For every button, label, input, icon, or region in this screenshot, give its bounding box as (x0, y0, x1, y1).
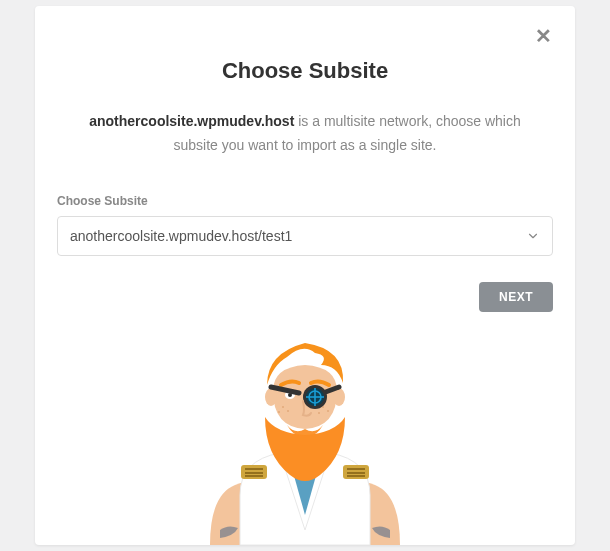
select-label: Choose Subsite (57, 194, 553, 208)
close-icon: ✕ (535, 26, 552, 46)
site-hostname: anothercoolsite.wpmudev.host (89, 113, 294, 129)
next-button[interactable]: NEXT (479, 282, 553, 312)
select-value: anothercoolsite.wpmudev.host/test1 (70, 228, 292, 244)
dialog-footer: NEXT (57, 282, 553, 312)
svg-point-13 (327, 410, 329, 412)
svg-point-10 (287, 410, 289, 412)
subsite-select[interactable]: anothercoolsite.wpmudev.host/test1 (57, 216, 553, 256)
dialog-description: anothercoolsite.wpmudev.host is a multis… (57, 110, 553, 158)
svg-point-9 (282, 406, 284, 408)
svg-rect-1 (343, 465, 369, 479)
svg-point-15 (265, 388, 277, 406)
close-button[interactable]: ✕ (531, 24, 555, 48)
dialog-title: Choose Subsite (57, 58, 553, 84)
svg-point-14 (318, 412, 320, 414)
choose-subsite-dialog: ✕ Choose Subsite anothercoolsite.wpmudev… (35, 6, 575, 545)
chevron-down-icon (526, 229, 540, 243)
mascot-illustration (57, 322, 553, 545)
svg-rect-0 (241, 465, 267, 479)
svg-point-11 (278, 411, 280, 413)
